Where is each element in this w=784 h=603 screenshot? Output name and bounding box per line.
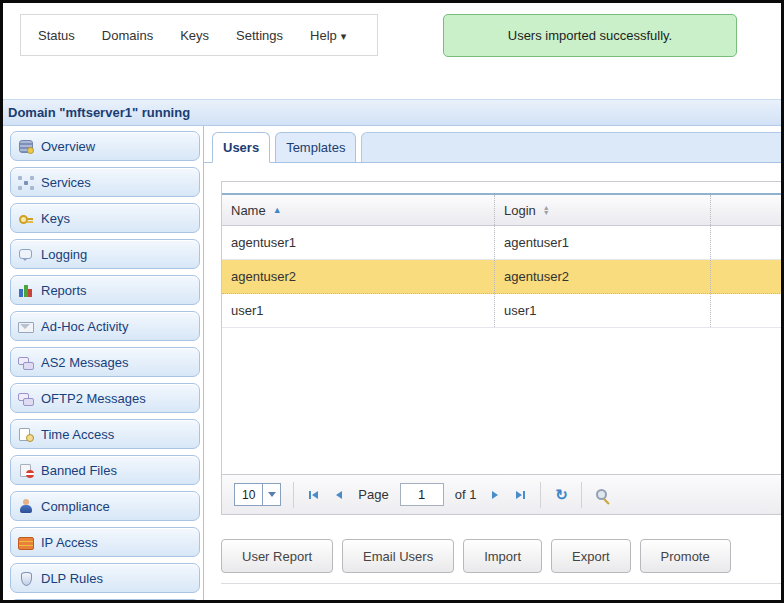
- success-alert: Users imported successfully.: [443, 14, 737, 57]
- sidebar-item-logging[interactable]: Logging: [10, 239, 200, 269]
- sidebar-item-label: Keys: [41, 211, 70, 226]
- previous-page-icon[interactable]: [331, 487, 347, 503]
- tab-users[interactable]: Users: [212, 132, 270, 163]
- sidebar-item-label: Reports: [41, 283, 87, 298]
- sidebar-item-label: Logging: [41, 247, 87, 262]
- table-row[interactable]: agentuser2agentuser2: [222, 260, 781, 294]
- search-icon[interactable]: [594, 487, 610, 503]
- reports-icon: [18, 283, 34, 298]
- pager-separator: [293, 482, 294, 508]
- pager-bar: 10 Page of 1: [222, 474, 781, 514]
- sidebar-item-compliance[interactable]: Compliance: [10, 491, 200, 521]
- table-row[interactable]: agentuser1agentuser1: [222, 226, 781, 260]
- sidebar-item-label: AS2 Messages: [41, 355, 128, 370]
- keys-icon: [18, 211, 34, 226]
- tab-strip-filler: [361, 132, 781, 162]
- chevron-down-icon: [262, 484, 280, 505]
- main-area: OverviewServicesKeysLoggingReportsAd-Hoc…: [3, 126, 781, 600]
- nav-item-domains[interactable]: Domains: [102, 28, 153, 43]
- banned-icon: [18, 463, 34, 478]
- user-report-button[interactable]: User Report: [221, 539, 333, 573]
- sidebar-item-reports[interactable]: Reports: [10, 275, 200, 305]
- sidebar-item-ad-hoc-activity[interactable]: Ad-Hoc Activity: [10, 311, 200, 341]
- clock-icon: [18, 427, 34, 442]
- sidebar-item-label: Compliance: [41, 499, 110, 514]
- database-icon: [18, 139, 34, 154]
- cell-blank: [710, 226, 781, 259]
- sidebar-item-dlp-rules[interactable]: DLP Rules: [10, 563, 200, 593]
- action-buttons-row: User Report Email Users Import Export Pr…: [221, 539, 781, 573]
- nav-item-help-label: Help: [310, 28, 337, 43]
- sidebar-item-ip-access[interactable]: IP Access: [10, 527, 200, 557]
- sidebar-item-services[interactable]: Services: [10, 167, 200, 197]
- column-header-name-label: Name: [231, 203, 266, 218]
- email-users-button[interactable]: Email Users: [342, 539, 454, 573]
- last-page-icon[interactable]: [512, 487, 528, 503]
- cell-login: agentuser2: [494, 260, 710, 293]
- bottom-divider: [221, 583, 781, 584]
- sort-ascending-icon: [273, 205, 282, 215]
- column-header-login[interactable]: Login: [494, 195, 710, 225]
- page-size-select[interactable]: 10: [234, 483, 281, 506]
- envelope-icon: [18, 319, 34, 334]
- table-body: agentuser1agentuser1agentuser2agentuser2…: [222, 226, 781, 328]
- sidebar: OverviewServicesKeysLoggingReportsAd-Hoc…: [3, 126, 204, 600]
- refresh-icon[interactable]: [553, 487, 569, 503]
- shield-icon: [18, 571, 34, 586]
- sidebar-item-partial[interactable]: [10, 599, 200, 600]
- sidebar-item-overview[interactable]: Overview: [10, 131, 200, 161]
- sidebar-item-banned-files[interactable]: Banned Files: [10, 455, 200, 485]
- chat-icon: [18, 391, 34, 406]
- sidebar-item-as2-messages[interactable]: AS2 Messages: [10, 347, 200, 377]
- table-header: Name Login: [222, 193, 781, 226]
- table-row[interactable]: user1user1: [222, 294, 781, 328]
- domain-status-bar: Domain "mftserver1" running: [3, 99, 781, 126]
- page-input[interactable]: [400, 483, 444, 506]
- tab-templates[interactable]: Templates: [275, 132, 356, 162]
- app-window: Status Domains Keys Settings Help Users …: [0, 0, 784, 603]
- sort-both-icon: [543, 205, 550, 215]
- next-page-icon[interactable]: [487, 487, 503, 503]
- pager-separator: [581, 482, 582, 508]
- logging-icon: [18, 247, 34, 262]
- domain-status-text: Domain "mftserver1" running: [8, 105, 190, 120]
- export-button[interactable]: Export: [551, 539, 631, 573]
- users-table: Name Login agentuser1agentuser1agentuser…: [221, 181, 781, 515]
- chevron-down-icon: [341, 30, 347, 43]
- import-button[interactable]: Import: [463, 539, 542, 573]
- cell-name: agentuser1: [222, 226, 494, 259]
- sidebar-item-keys[interactable]: Keys: [10, 203, 200, 233]
- sidebar-item-oftp2-messages[interactable]: OFTP2 Messages: [10, 383, 200, 413]
- column-header-blank[interactable]: [710, 195, 781, 225]
- top-bar: Status Domains Keys Settings Help Users …: [3, 3, 781, 99]
- content-area: Users Templates Name Login: [204, 126, 781, 600]
- services-icon: [18, 175, 34, 190]
- first-page-icon[interactable]: [306, 487, 322, 503]
- top-nav: Status Domains Keys Settings Help: [20, 14, 378, 56]
- sidebar-item-label: Services: [41, 175, 91, 190]
- success-alert-text: Users imported successfully.: [508, 28, 672, 43]
- sidebar-item-time-access[interactable]: Time Access: [10, 419, 200, 449]
- cell-name: user1: [222, 294, 494, 327]
- tab-strip: Users Templates: [204, 131, 781, 163]
- cell-blank: [710, 260, 781, 293]
- sidebar-item-label: IP Access: [41, 535, 98, 550]
- column-header-login-label: Login: [504, 203, 536, 218]
- nav-item-status[interactable]: Status: [38, 28, 75, 43]
- user-icon: [18, 499, 34, 514]
- cell-login: agentuser1: [494, 226, 710, 259]
- column-header-name[interactable]: Name: [222, 195, 494, 225]
- page-label: Page: [358, 487, 388, 502]
- sidebar-item-label: Ad-Hoc Activity: [41, 319, 128, 334]
- page-count-label: of 1: [455, 487, 477, 502]
- promote-button[interactable]: Promote: [640, 539, 731, 573]
- firewall-icon: [18, 535, 34, 550]
- sidebar-item-label: Overview: [41, 139, 95, 154]
- cell-name: agentuser2: [222, 260, 494, 293]
- nav-item-help[interactable]: Help: [310, 28, 346, 43]
- cell-login: user1: [494, 294, 710, 327]
- nav-item-keys[interactable]: Keys: [180, 28, 209, 43]
- nav-item-settings[interactable]: Settings: [236, 28, 283, 43]
- grid-spacer: [222, 182, 781, 193]
- chat-icon: [18, 355, 34, 370]
